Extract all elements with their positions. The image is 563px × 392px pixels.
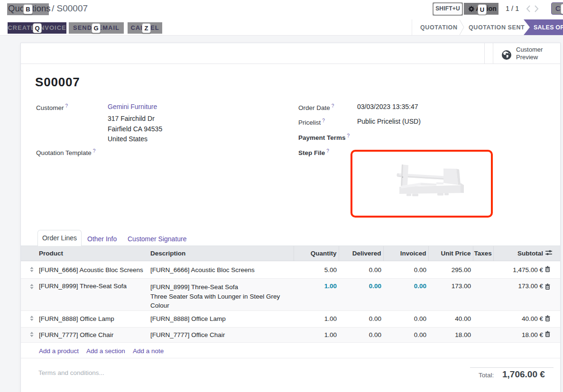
svg-text:QUOTATION: QUOTATION [420,24,458,31]
svg-text:SALES ORD: SALES ORD [534,24,563,31]
svg-text:QUOTATION SENT: QUOTATION SENT [469,24,525,31]
